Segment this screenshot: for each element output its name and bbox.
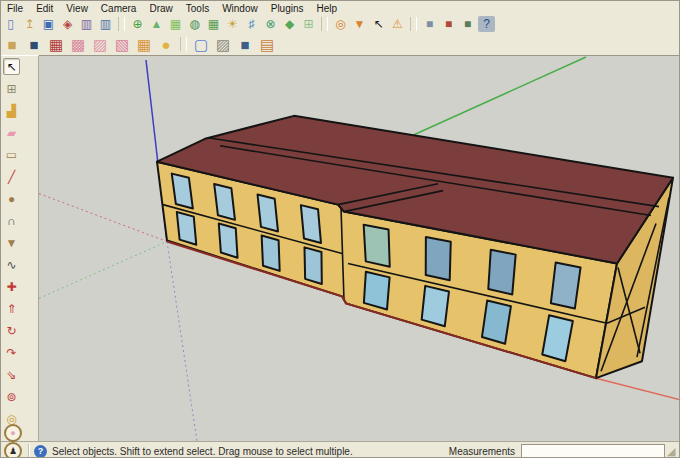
window-right-block-upper-1[interactable] [364,225,390,267]
style-navy-cube-icon[interactable]: ■ [24,35,44,54]
circle-tool-icon[interactable]: ● [3,190,20,207]
match-photo-icon[interactable]: ♯ [243,16,260,32]
brick-box-icon[interactable]: ■ [440,16,457,32]
menu-edit[interactable]: Edit [30,2,60,15]
status-message: Select objects. Shift to extend select. … [52,446,353,457]
menu-view[interactable]: View [60,2,95,15]
window-right-block-upper-2[interactable] [426,237,451,280]
menu-draw[interactable]: Draw [143,2,179,15]
shaded-mode-icon[interactable]: ■ [235,35,255,54]
copy-icon[interactable]: ▥ [78,16,95,32]
add-location-icon[interactable]: ⊕ [129,16,146,32]
make-component-icon[interactable]: ⊞ [3,80,20,97]
style-brick-cube-icon[interactable]: ▦ [46,35,66,54]
follow-me-tool-icon[interactable]: ↷ [3,344,20,361]
axis-green-solid [414,57,586,135]
toolbar-separator [321,17,328,31]
model-viewport[interactable] [39,55,680,441]
eraser-icon[interactable]: ▰ [3,124,20,141]
window-left-block-upper-3[interactable] [258,195,278,232]
toolbar-separator [118,17,125,31]
rotate-tool-icon[interactable]: ↻ [3,322,20,339]
add-detail-icon[interactable]: ☀ [224,16,241,32]
3d-scene[interactable] [39,56,680,441]
tool-palette: ↖⊞▟▰▭╱●∩▼∿✚⇑↻↷⇘⊚◎↔◗A∠A↺☛⊙⊡⊠↶♟◉∷◫ [1,55,39,441]
style-pink-cube-1-icon[interactable]: ▩ [68,35,88,54]
style-pink-cube-2-icon[interactable]: ▨ [90,35,110,54]
axis-green-dotted [39,242,167,299]
push-pull-tool-icon[interactable]: ⇑ [3,300,20,317]
freehand-tool-icon[interactable]: ∿ [3,256,20,273]
style-wood-cube-icon[interactable]: ■ [2,35,22,54]
wood-box-icon[interactable]: ■ [421,16,438,32]
share-model-icon[interactable]: ◆ [281,16,298,32]
sketchup-window: FileEditViewCameraDrawToolsWindowPlugins… [0,0,680,458]
zoom-tool-icon[interactable]: ◎ [332,16,349,32]
xray-mode-icon[interactable]: ▢ [191,35,211,54]
window-left-block-upper-4[interactable] [301,205,321,243]
help-box-icon[interactable]: ? [478,16,495,32]
status-badge-geolocation[interactable]: ● [4,424,22,442]
extension-warehouse-icon[interactable]: ⊗ [262,16,279,32]
style-drop-icon[interactable]: ● [156,35,176,54]
window-right-block-lower-3[interactable] [482,301,511,344]
toggle-terrain-icon[interactable]: ▲ [148,16,165,32]
save-icon[interactable]: ▣ [40,16,57,32]
help-icon[interactable]: ? [34,445,47,458]
axis-red-dotted [39,194,167,242]
crate-box-icon[interactable]: ■ [459,16,476,32]
measurements-input[interactable] [521,444,665,458]
rectangle-tool-icon[interactable]: ▭ [3,146,20,163]
preview-earth-icon[interactable]: ◍ [186,16,203,32]
menu-tools[interactable]: Tools [180,2,216,15]
components-icon[interactable]: ⊞ [300,16,317,32]
style-multi-cube-icon[interactable]: ▦ [134,35,154,54]
resize-grip-icon[interactable]: ◢ [667,444,679,458]
styles-toolbar: ■■▦▩▨▧▦●▢▨■▤ [1,33,679,56]
filter-icon[interactable]: ▼ [351,16,368,32]
menu-bar: FileEditViewCameraDrawToolsWindowPlugins… [1,1,679,16]
standard-toolbar: ▯↥▣◈▥▥⊕▲▦◍▦☀♯⊗◆⊞◎▼↖⚠■■■? [1,15,679,34]
offset-tool-icon[interactable]: ⊚ [3,388,20,405]
scale-tool-icon[interactable]: ⇘ [3,366,20,383]
warehouse-model-icon[interactable]: ◈ [59,16,76,32]
axis-blue-dotted [167,242,197,441]
window-left-block-lower-2[interactable] [219,224,238,258]
paint-bucket-icon[interactable]: ▟ [3,102,20,119]
photo-textures-icon[interactable]: ▦ [167,16,184,32]
menu-file[interactable]: File [1,2,30,15]
window-right-block-upper-4[interactable] [551,263,581,309]
window-left-block-lower-4[interactable] [304,247,321,284]
toolbar-separator [410,17,417,31]
select-tool-icon[interactable]: ↖ [3,58,20,75]
menu-camera[interactable]: Camera [95,2,144,15]
line-tool-icon[interactable]: ╱ [3,168,20,185]
building-maker-icon[interactable]: ▦ [205,16,222,32]
arc-tool-icon[interactable]: ∩ [3,212,20,229]
window-left-block-lower-1[interactable] [177,212,196,245]
window-left-block-upper-1[interactable] [172,174,193,209]
hidden-line-mode-icon[interactable]: ▨ [213,35,233,54]
select-box-icon[interactable]: ↖ [370,16,387,32]
open-file-icon[interactable]: ↥ [21,16,38,32]
menu-help[interactable]: Help [311,2,345,15]
new-file-icon[interactable]: ▯ [2,16,19,32]
window-left-block-lower-3[interactable] [262,235,280,270]
menu-plugins[interactable]: Plugins [265,2,311,15]
polygon-tool-icon[interactable]: ▼ [3,234,20,251]
window-right-block-upper-3[interactable] [488,250,515,295]
window-right-block-lower-1[interactable] [364,272,390,310]
axis-red-solid [596,378,680,400]
paste-icon[interactable]: ▥ [97,16,114,32]
status-bar: ●♟ ? Select objects. Shift to extend sel… [1,441,679,458]
styles-panel-icon[interactable]: ▤ [257,35,277,54]
style-pink-cube-3-icon[interactable]: ▧ [112,35,132,54]
warning-icon[interactable]: ⚠ [389,16,406,32]
move-tool-icon[interactable]: ✚ [3,278,20,295]
window-left-block-upper-2[interactable] [214,184,235,220]
toolbar-separator [180,37,187,51]
window-right-block-lower-2[interactable] [422,286,449,326]
menu-window[interactable]: Window [216,2,265,15]
status-divider [28,444,29,458]
status-badge-credit[interactable]: ♟ [4,442,22,458]
